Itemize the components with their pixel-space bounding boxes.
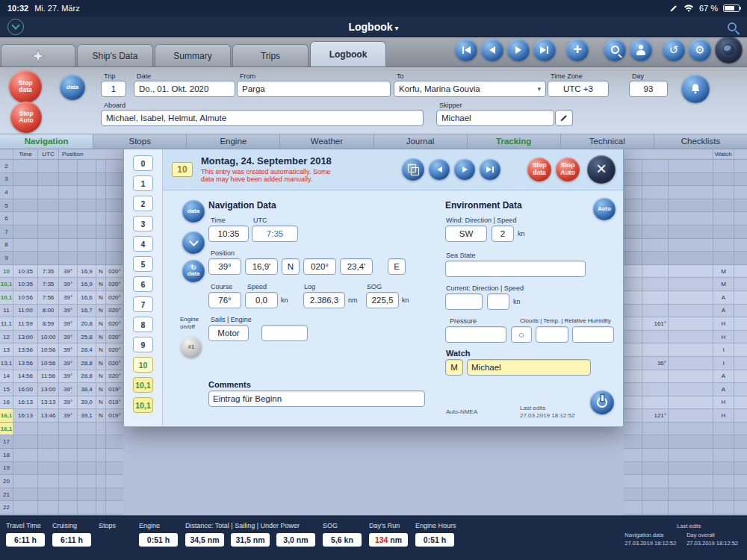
- table-row[interactable]: 21: [0, 488, 123, 502]
- table-row[interactable]: 10,110:357:3539°16,9N020°: [0, 278, 123, 291]
- table-row-right[interactable]: [624, 514, 747, 515]
- current-speed-field[interactable]: [487, 293, 509, 310]
- table-row-right[interactable]: [624, 423, 747, 436]
- table-row[interactable]: 5: [0, 199, 123, 213]
- table-row-right[interactable]: 161°H: [624, 317, 747, 331]
- subtab-tracking[interactable]: Tracking: [468, 134, 561, 149]
- entry-select-10-1[interactable]: 10,1: [133, 377, 153, 393]
- table-row[interactable]: 23: [0, 514, 123, 515]
- entry-select-10[interactable]: 10: [133, 357, 153, 373]
- settings-button[interactable]: ⚙: [689, 39, 711, 61]
- course-field[interactable]: 76°: [208, 292, 241, 308]
- table-row-right[interactable]: [624, 501, 747, 514]
- table-row-right[interactable]: A: [624, 305, 747, 318]
- duplicate-entry-button[interactable]: [402, 158, 424, 181]
- table-row[interactable]: 1313:5610:5639°28,4N020°: [0, 343, 123, 357]
- entry-select-7[interactable]: 7: [133, 296, 153, 312]
- day-field[interactable]: 93: [629, 81, 668, 97]
- engine-1-button[interactable]: #1: [181, 337, 202, 358]
- next-entry-button[interactable]: [507, 39, 530, 61]
- pressure-field[interactable]: [445, 326, 506, 343]
- lat-deg-field[interactable]: 39°: [208, 258, 241, 275]
- utc-field[interactable]: 7:35: [252, 225, 298, 242]
- table-row[interactable]: 6: [0, 212, 123, 225]
- data-button-main[interactable]: data: [60, 75, 85, 100]
- subtab-checklists[interactable]: Checklists: [654, 134, 747, 149]
- temperature-field[interactable]: [536, 326, 568, 343]
- table-row-right[interactable]: 36°I: [624, 357, 747, 370]
- humidity-field[interactable]: [572, 326, 614, 343]
- entry-select-2[interactable]: 2: [133, 196, 153, 211]
- date-field[interactable]: Do., 01. Okt. 2020: [134, 81, 235, 97]
- table-row[interactable]: 17: [0, 435, 123, 449]
- table-row-right[interactable]: H: [624, 331, 747, 344]
- subtab-engine[interactable]: Engine: [187, 134, 280, 149]
- table-row-right[interactable]: [624, 475, 747, 488]
- next-entry-button[interactable]: [454, 159, 475, 180]
- engine-field[interactable]: [261, 325, 308, 341]
- table-row[interactable]: 10,110:567:5639°16,6N020°: [0, 291, 123, 305]
- table-row[interactable]: 4: [0, 186, 123, 199]
- table-row-right[interactable]: M: [624, 265, 747, 279]
- tab-ship-s-data[interactable]: Ship's Data: [77, 44, 153, 66]
- table-row[interactable]: 1213:0010:0039°25,8N020°: [0, 331, 123, 344]
- table-row-right[interactable]: [624, 173, 747, 187]
- stop-data-button[interactable]: Stop data: [527, 158, 551, 181]
- table-row[interactable]: 7: [0, 225, 123, 239]
- table-row-right[interactable]: M: [624, 278, 747, 291]
- sea-state-field[interactable]: [445, 261, 586, 277]
- previous-entry-button[interactable]: [481, 39, 503, 61]
- table-row-right[interactable]: [624, 186, 747, 199]
- lon-min-field[interactable]: 23,4': [340, 258, 373, 275]
- table-row-right[interactable]: [624, 462, 747, 476]
- table-row-right[interactable]: 121°H: [624, 409, 747, 423]
- entry-select-10-1[interactable]: 10,1: [133, 397, 153, 413]
- entry-select-8[interactable]: 8: [133, 317, 153, 332]
- ew-field[interactable]: E: [388, 258, 406, 275]
- table-row[interactable]: 19: [0, 462, 123, 476]
- lat-min-field[interactable]: 16,9': [245, 258, 278, 275]
- table-row-right[interactable]: [624, 239, 747, 252]
- watch-name-field[interactable]: Michael: [467, 359, 591, 376]
- table-row-right[interactable]: [624, 225, 747, 239]
- nav-data-source-button[interactable]: data: [182, 200, 205, 223]
- power-button[interactable]: [590, 391, 614, 414]
- table-row-right[interactable]: [624, 199, 747, 213]
- refresh-data-button[interactable]: ↻data: [182, 260, 205, 282]
- tab-trips[interactable]: Trips: [232, 44, 309, 66]
- timezone-field[interactable]: UTC +3: [548, 81, 609, 97]
- current-direction-field[interactable]: [445, 293, 483, 310]
- table-row[interactable]: 11,111:598:5939°20,8N020°: [0, 317, 123, 331]
- speed-field[interactable]: 0,0: [245, 292, 278, 308]
- entry-select-5[interactable]: 5: [133, 256, 153, 272]
- table-row[interactable]: 1414:5611:5639°28,8N020°: [0, 370, 123, 384]
- table-row-right[interactable]: [624, 212, 747, 225]
- tab-logbook[interactable]: Logbook: [310, 41, 386, 66]
- ns-field[interactable]: N: [282, 258, 300, 275]
- undo-button[interactable]: ↺: [663, 39, 685, 61]
- table-row[interactable]: 22: [0, 501, 123, 514]
- last-entry-button[interactable]: [533, 39, 556, 61]
- log-field[interactable]: 2.386,3: [303, 292, 345, 308]
- stop-auto-button[interactable]: Stop Auto: [556, 158, 580, 181]
- table-row[interactable]: 16,1: [0, 423, 123, 436]
- table-row[interactable]: 8: [0, 239, 123, 252]
- entry-select-3[interactable]: 3: [133, 216, 153, 231]
- table-row-right[interactable]: [624, 435, 747, 449]
- skipper-field[interactable]: Michael: [436, 110, 554, 126]
- tab-summary[interactable]: Summary: [155, 44, 231, 66]
- table-row[interactable]: 16,116:1313:4639°39,1N019°: [0, 409, 123, 423]
- entry-select-9[interactable]: 9: [133, 337, 153, 352]
- add-entry-button[interactable]: +: [566, 39, 589, 61]
- table-row-right[interactable]: I: [624, 343, 747, 357]
- edit-skipper-button[interactable]: [555, 110, 573, 126]
- expand-button[interactable]: [182, 231, 205, 254]
- table-row-right[interactable]: [624, 252, 747, 265]
- aboard-field[interactable]: Michael, Isabel, Helmut, Almute: [101, 110, 424, 126]
- subtab-weather[interactable]: Weather: [280, 134, 374, 149]
- table-row-right[interactable]: [624, 160, 747, 173]
- alarm-button[interactable]: [681, 75, 710, 103]
- first-entry-button[interactable]: [455, 39, 477, 61]
- table-row[interactable]: 1010:357:3539°16,9N020°: [0, 265, 123, 279]
- table-row[interactable]: 13,113:5610:5639°28,8N020°: [0, 357, 123, 370]
